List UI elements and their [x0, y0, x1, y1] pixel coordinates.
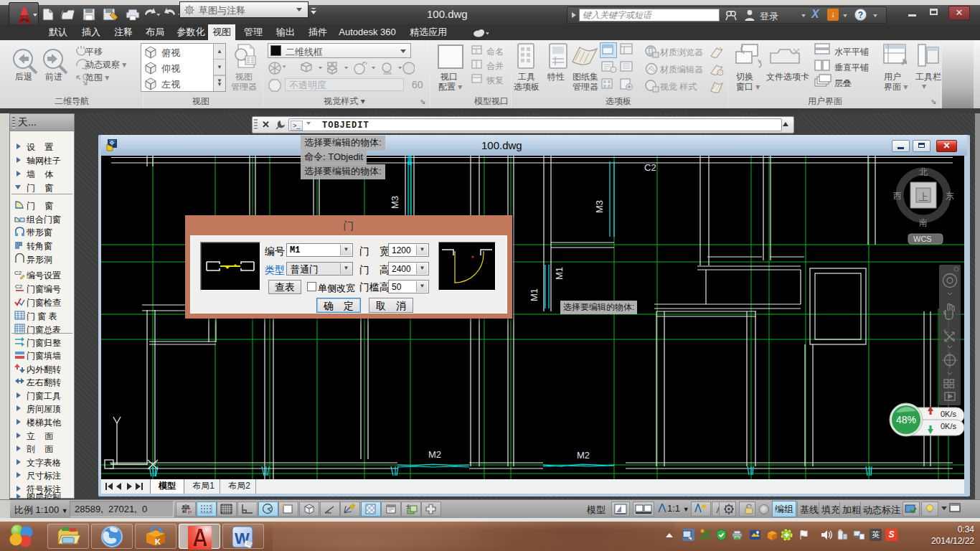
- svg-text:南: 南: [919, 217, 928, 227]
- svg-text:C2: C2: [15, 283, 23, 290]
- svg-text:M3: M3: [390, 196, 400, 209]
- svg-text:48%: 48%: [896, 414, 916, 425]
- svg-text:K: K: [155, 537, 161, 546]
- svg-text:WCS: WCS: [913, 235, 932, 243]
- svg-text:M2: M2: [428, 449, 441, 460]
- svg-text:C2: C2: [644, 162, 656, 173]
- svg-text:M1: M1: [529, 288, 540, 301]
- svg-text:上: 上: [919, 192, 928, 202]
- svg-text:P: P: [188, 509, 192, 516]
- svg-text:西: 西: [893, 191, 902, 201]
- svg-text:C2: C2: [14, 270, 22, 276]
- svg-text:0K/s: 0K/s: [941, 410, 957, 418]
- svg-text:北: 北: [919, 167, 928, 177]
- svg-text:M1: M1: [554, 267, 565, 280]
- svg-text:0K/s: 0K/s: [941, 422, 957, 430]
- svg-text:M3: M3: [594, 200, 605, 213]
- svg-text:M2: M2: [577, 450, 590, 461]
- svg-text:东: 东: [946, 191, 954, 201]
